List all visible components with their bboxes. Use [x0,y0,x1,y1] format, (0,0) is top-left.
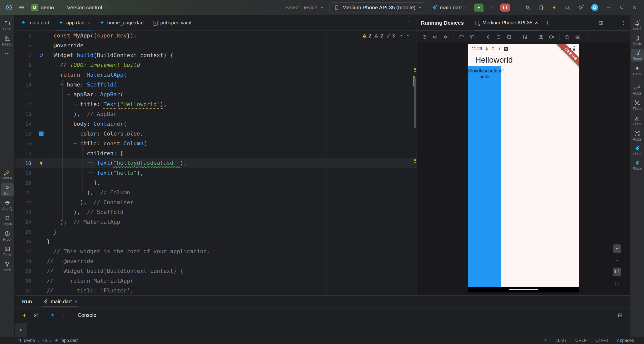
line-number[interactable]: 14 [15,121,36,127]
code-line-5[interactable]: 5 const MyApp({super.key}); [15,31,417,40]
code-line-21[interactable]: 21 ), // Column [15,188,417,197]
sidebar-item-project[interactable]: Proje [1,19,14,32]
editor-tab-home_page.dart[interactable]: home_page.dart [95,15,148,30]
run-tab-main-dart[interactable]: main.dart × [42,296,78,307]
cursor-position[interactable]: 18:27 [556,338,567,343]
hot-reload-icon[interactable] [22,313,27,318]
tab-console[interactable]: Console [78,312,96,318]
sidebar-item-problems[interactable]: Probl [1,229,14,242]
build-tools-icon[interactable] [543,338,547,343]
fit-screen-button[interactable] [613,279,621,288]
code-line-7[interactable]: 7 Widget build(BuildContext context) { [15,50,417,60]
code-line-13[interactable]: 13 ), // AppBar [15,109,417,119]
main-menu-icon[interactable] [19,5,25,11]
hide-panel-icon[interactable] [610,20,615,26]
code-line-8[interactable]: 8 // TODO: implement build [15,60,417,70]
more-icon[interactable] [586,34,591,39]
close-tab-icon[interactable]: × [535,20,538,26]
editor-scrollbar[interactable] [413,31,417,295]
hot-restart-icon[interactable] [33,313,38,318]
vcs-widget[interactable]: Version control [67,5,109,11]
line-ending[interactable]: CRLF [575,338,587,343]
override-marker-icon[interactable] [36,53,47,58]
line-number[interactable]: 27 [15,248,36,254]
code-line-15[interactable]: 15 color: Colors.blue, [15,129,417,139]
close-tab-icon[interactable]: × [74,299,77,305]
overview-icon[interactable] [506,34,512,40]
sidebar-item-flutter-performance[interactable]: Flutte [631,159,644,171]
select-device-dropdown[interactable]: Select Device [285,5,324,11]
run-config-dropdown[interactable]: main.dart [432,5,468,11]
line-number[interactable]: 29 [15,268,36,274]
run-button[interactable] [474,4,484,12]
editor-tab-pubspec.yaml[interactable]: Ypubspec.yaml [148,15,196,30]
editor-tab-main.dart[interactable]: main.dart [16,15,54,30]
code-line-20[interactable]: 20 ], [15,178,417,188]
line-number[interactable]: 19 [15,170,36,176]
sidebar-item-app-quality-insights[interactable]: App Q [1,198,14,212]
line-number[interactable]: 18 [15,160,36,166]
line-number[interactable]: 24 [15,219,36,225]
sidebar-item-flutter-search[interactable]: Flutte [631,129,644,142]
sidebar-item-flutter-coverage[interactable]: Flutte [631,114,644,127]
gesture-nav-bar[interactable] [468,287,579,292]
code-line-22[interactable]: 22 ), // Container [15,197,417,207]
line-number[interactable]: 16 [15,141,36,147]
intention-bulb-icon[interactable] [36,161,47,166]
window-maximize-icon[interactable] [619,5,624,10]
code-line-25[interactable]: 25 } [15,227,417,237]
power-icon[interactable] [422,34,427,40]
layout-icon[interactable] [598,20,603,25]
zoom-out-button[interactable]: − [613,256,621,265]
line-number[interactable]: 7 [15,52,36,58]
sidebar-item-version-control[interactable]: Versi [1,260,14,273]
code-line-30[interactable]: 30// return MaterialApp( [15,276,417,286]
code-line-27[interactable]: 27 // This widget is the root of your ap… [15,246,417,256]
device-tab[interactable]: Medium Phone API 35 × [474,15,538,30]
window-close-icon[interactable] [632,5,637,10]
sidebar-item-logcat[interactable]: Logca [1,214,14,227]
line-number[interactable]: 28 [15,258,36,264]
line-number[interactable]: 11 [15,92,36,98]
layout-settings-icon[interactable] [618,313,623,318]
code-line-31[interactable]: 31// title: 'Flutter', [15,286,417,295]
device-settings-icon[interactable] [522,34,528,40]
screenshot-icon[interactable] [538,34,544,40]
debug-button[interactable] [489,5,495,11]
sidebar-item-device-manager[interactable]: Devic [631,34,644,47]
sidebar-item-flutter-inspector[interactable]: Flutte [631,83,644,96]
sidebar-item-dart-analysis[interactable]: Dart A [1,168,14,181]
project-widget[interactable]: D demo [31,4,61,11]
tab-options-icon[interactable] [407,15,417,30]
stop-button[interactable] [500,4,510,12]
code-area[interactable]: 2 2 3 5 const MyApp({super.key});6 @over… [15,31,417,295]
code-line-12[interactable]: 12 ─ title: Text("Helloworld"), [15,99,417,109]
keyboard-icon[interactable] [575,34,581,40]
code-line-16[interactable]: 16 ─ child: const Column( [15,139,417,148]
line-number[interactable]: 5 [15,33,36,39]
sidebar-item-flutter-tools[interactable]: Flutte [631,98,644,112]
zoom-in-button[interactable]: + [613,244,621,253]
code-line-26[interactable]: 26} [15,237,417,246]
indent-style[interactable]: 2 spaces [616,338,634,343]
sidebar-item-notifications[interactable]: Notifi [631,19,644,32]
code-line-11[interactable]: 11 ─ appBar: AppBar( [15,90,417,99]
breadcrumb[interactable]: demo › lib › app.dart [18,338,78,343]
attach-debugger-icon[interactable] [525,5,531,11]
line-number[interactable]: 31 [15,288,36,294]
code-line-6[interactable]: 6 @override [15,40,417,50]
line-number[interactable]: 13 [15,111,36,117]
code-line-24[interactable]: 24 ); // MaterialApp [15,217,417,227]
sidebar-item-run[interactable]: Run [1,183,14,196]
more-actions-icon[interactable] [515,5,520,10]
emulator-screen[interactable]: 11:29 A 3G Helloworld helloy [468,44,579,292]
device-selector[interactable]: Medium Phone API 35 (mobile) [330,2,427,13]
line-number[interactable]: 12 [15,101,36,107]
sidebar-item-flutter-outline[interactable]: Flutte [631,144,644,157]
back-icon[interactable] [485,34,491,40]
sidebar-item-resource-manager[interactable]: Resou [1,34,14,47]
device-mirror-icon[interactable] [538,5,544,11]
line-number[interactable]: 21 [15,190,36,196]
code-line-18[interactable]: 18 ── Text("helloydfasdsafasdf"), [15,158,417,168]
code-line-28[interactable]: 28// @override [15,256,417,266]
